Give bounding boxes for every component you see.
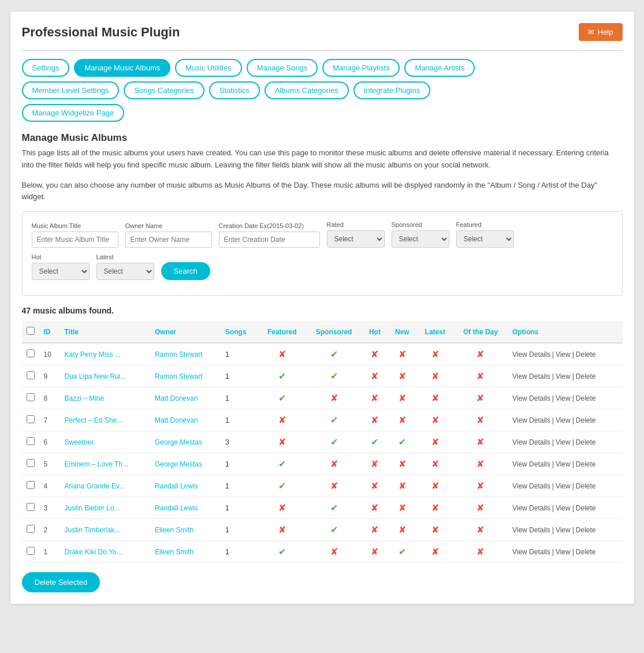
nav-btn-manage-widgetize-page[interactable]: Manage Widgetize Page bbox=[22, 104, 125, 122]
search-button[interactable]: Search bbox=[161, 262, 210, 280]
row-checkbox[interactable] bbox=[27, 393, 35, 401]
view-details-link[interactable]: View Details bbox=[512, 526, 550, 534]
view-details-link[interactable]: View Details bbox=[512, 482, 550, 490]
view-link[interactable]: View bbox=[556, 526, 571, 534]
cell-new: ✘ bbox=[388, 387, 416, 409]
help-button[interactable]: Help bbox=[579, 23, 623, 41]
title-link[interactable]: Dua Lipa New Rul... bbox=[65, 372, 126, 380]
filter-rated-select[interactable]: SelectYesNo bbox=[327, 230, 385, 248]
owner-link[interactable]: George Mestas bbox=[155, 438, 202, 446]
view-link[interactable]: View bbox=[556, 416, 571, 424]
title-link[interactable]: Bazzi – Mine bbox=[65, 394, 105, 402]
nav-btn-music-utilities[interactable]: Music Utilities bbox=[175, 59, 241, 77]
owner-link[interactable]: Ramon Stewart bbox=[155, 372, 203, 380]
row-checkbox[interactable] bbox=[27, 371, 35, 379]
view-details-link[interactable]: View Details bbox=[512, 394, 550, 402]
col-options: Options bbox=[508, 321, 623, 343]
title-link[interactable]: Katy Perry Miss ... bbox=[65, 350, 121, 359]
yes-icon: ✔ bbox=[278, 547, 286, 557]
view-details-link[interactable]: View Details bbox=[512, 438, 550, 446]
delete-link[interactable]: Delete bbox=[576, 350, 596, 359]
delete-link[interactable]: Delete bbox=[576, 460, 596, 468]
no-icon: ✘ bbox=[477, 503, 484, 513]
filter-date-input[interactable] bbox=[219, 232, 320, 248]
title-link[interactable]: Drake Kiki Do Yo... bbox=[65, 548, 122, 556]
nav-btn-manage-music-albums[interactable]: Manage Music Albums bbox=[74, 59, 170, 77]
view-details-link[interactable]: View Details bbox=[512, 372, 550, 380]
section-title: Manage Music Albums bbox=[22, 132, 623, 144]
nav-btn-manage-songs[interactable]: Manage Songs bbox=[247, 59, 318, 77]
delete-link[interactable]: Delete bbox=[576, 526, 596, 534]
view-link[interactable]: View bbox=[556, 372, 571, 380]
owner-link[interactable]: Randall Lewis bbox=[155, 504, 198, 512]
title-link[interactable]: Justin Bieber Lo... bbox=[65, 504, 120, 512]
delete-link[interactable]: Delete bbox=[576, 548, 596, 556]
filter-title-input[interactable] bbox=[32, 232, 118, 248]
cell-owner: Ramon Stewart bbox=[150, 365, 221, 387]
nav-btn-settings[interactable]: Settings bbox=[22, 59, 70, 77]
nav-btn-manage-artists[interactable]: Manage Artists bbox=[404, 59, 475, 77]
owner-link[interactable]: Matt Donevan bbox=[155, 416, 198, 424]
title-link[interactable]: Sweetner bbox=[65, 438, 94, 446]
yes-icon: ✔ bbox=[330, 525, 338, 535]
filter-sponsored-select[interactable]: SelectYesNo bbox=[392, 230, 449, 248]
cell-options: View Details|View|Delete bbox=[508, 431, 623, 453]
row-checkbox[interactable] bbox=[27, 547, 35, 555]
yes-icon: ✔ bbox=[330, 503, 338, 513]
filter-hot-select[interactable]: SelectYesNo bbox=[32, 263, 90, 280]
no-icon: ✘ bbox=[431, 393, 439, 403]
owner-link[interactable]: George Mestas bbox=[155, 460, 202, 468]
view-link[interactable]: View bbox=[556, 548, 571, 556]
cell-options: View Details|View|Delete bbox=[508, 475, 623, 497]
view-link[interactable]: View bbox=[556, 438, 571, 446]
title-link[interactable]: Justin Timberlak... bbox=[65, 526, 121, 534]
view-link[interactable]: View bbox=[556, 504, 571, 512]
view-link[interactable]: View bbox=[556, 460, 571, 468]
row-checkbox[interactable] bbox=[27, 349, 35, 357]
row-checkbox[interactable] bbox=[27, 481, 35, 489]
delete-link[interactable]: Delete bbox=[576, 504, 596, 512]
filter-owner-input[interactable] bbox=[125, 232, 212, 248]
filter-date-label: Creation Date Ex(2015-03-02) bbox=[219, 222, 320, 229]
owner-link[interactable]: Ramon Stewart bbox=[155, 350, 203, 359]
view-link[interactable]: View bbox=[556, 350, 571, 359]
view-details-link[interactable]: View Details bbox=[512, 460, 550, 468]
title-link[interactable]: Eminem – Love Th... bbox=[65, 460, 129, 468]
title-link[interactable]: Perfect – Ed She... bbox=[65, 416, 123, 424]
owner-link[interactable]: Matt Donevan bbox=[155, 394, 198, 402]
view-details-link[interactable]: View Details bbox=[512, 504, 550, 512]
view-link[interactable]: View bbox=[556, 394, 571, 402]
filter-featured-select[interactable]: SelectYesNo bbox=[456, 230, 514, 248]
title-link[interactable]: Ariana Grande Ev... bbox=[65, 482, 125, 490]
row-checkbox[interactable] bbox=[27, 459, 35, 467]
owner-link[interactable]: Eileen Smith bbox=[155, 526, 193, 534]
cell-songs: 1 bbox=[221, 541, 258, 563]
nav-btn-integrate-plugins[interactable]: Integrate Plugins bbox=[353, 81, 431, 99]
nav-btn-songs-categories[interactable]: Songs Categories bbox=[124, 81, 204, 99]
row-checkbox[interactable] bbox=[27, 525, 35, 533]
owner-link[interactable]: Randall Lewis bbox=[155, 482, 198, 490]
view-details-link[interactable]: View Details bbox=[512, 350, 550, 359]
delete-link[interactable]: Delete bbox=[576, 438, 596, 446]
nav-btn-member-level-settings[interactable]: Member Level Settings bbox=[22, 81, 120, 99]
delete-link[interactable]: Delete bbox=[576, 372, 596, 380]
delete-selected-button[interactable]: Delete Selected bbox=[22, 572, 100, 592]
cell-oftheday: ✘ bbox=[453, 497, 508, 519]
delete-link[interactable]: Delete bbox=[576, 416, 596, 424]
nav-btn-manage-playlists[interactable]: Manage Playlists bbox=[322, 59, 400, 77]
owner-link[interactable]: Eileen Smith bbox=[155, 548, 193, 556]
view-details-link[interactable]: View Details bbox=[512, 416, 550, 424]
view-link[interactable]: View bbox=[556, 482, 571, 490]
no-icon: ✘ bbox=[278, 503, 286, 513]
view-details-link[interactable]: View Details bbox=[512, 548, 550, 556]
delete-link[interactable]: Delete bbox=[576, 394, 596, 402]
delete-link[interactable]: Delete bbox=[576, 482, 596, 490]
filter-latest-select[interactable]: SelectYesNo bbox=[96, 263, 154, 280]
nav-btn-statistics[interactable]: Statistics bbox=[209, 81, 260, 99]
select-all-checkbox[interactable] bbox=[27, 327, 35, 335]
cell-hot: ✘ bbox=[362, 497, 388, 519]
row-checkbox[interactable] bbox=[27, 503, 35, 511]
nav-btn-albums-categories[interactable]: Albums Categories bbox=[265, 81, 349, 99]
row-checkbox[interactable] bbox=[27, 415, 35, 423]
row-checkbox[interactable] bbox=[27, 437, 35, 445]
